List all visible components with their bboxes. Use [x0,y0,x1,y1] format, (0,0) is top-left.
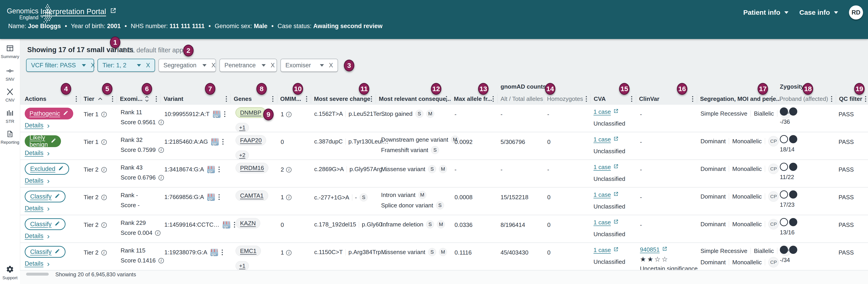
filter-chip-tier[interactable]: Tier: 1, 2 X [97,59,155,72]
gene-pill[interactable]: DNMBP [236,107,266,118]
column-menu-icon[interactable] [492,96,494,102]
gene-pill[interactable]: KAZN [236,218,260,228]
column-menu-icon[interactable] [445,96,447,102]
gene-pill[interactable]: PRDM16 [236,163,269,173]
cp-badge: CP [768,191,779,202]
classification-button[interactable]: Classify [25,218,65,230]
cva-cases-link[interactable]: 1 case [593,191,619,198]
classification-button[interactable]: Classify [25,191,65,202]
column-separator [451,94,451,103]
remove-filter-icon[interactable]: X [271,62,275,69]
row-menu-icon[interactable] [218,166,220,173]
patient-value: Male [254,23,268,29]
details-link[interactable]: Details› [25,149,50,157]
sidebar-item-snv[interactable]: SNV [0,67,20,82]
igv-icon[interactable]: igv [207,165,215,173]
variant-id: 1:7669856:G:A [164,194,204,200]
gene-pill[interactable]: EMC1 [236,246,261,256]
more-genes-pill[interactable]: +1 [236,261,249,271]
row-menu-icon[interactable] [221,249,223,256]
sidebar-item-cnv[interactable]: CNV [0,88,20,103]
patient-info-dropdown[interactable]: Patient info [743,9,788,16]
column-menu-icon[interactable] [692,96,694,102]
chevron-down-icon[interactable] [203,64,207,67]
sidebar-item-support[interactable]: Support [0,265,20,280]
row-menu-icon[interactable] [224,111,226,118]
more-genes-pill[interactable]: +2 [236,151,249,160]
column-menu-icon[interactable] [865,96,867,102]
cva-cases-link[interactable]: 1 case [593,164,619,171]
column-menu-icon[interactable] [631,96,633,102]
evidence-badge: M [439,248,447,256]
segregation-part: Biallelic [754,110,774,117]
cva-cases-link[interactable]: 1 case [593,136,619,143]
annotation-badge-6: 6 [142,83,152,95]
column-menu-icon[interactable] [585,96,587,102]
sidebar-item-str[interactable]: STR [0,109,20,124]
remove-filter-icon[interactable]: X [212,62,216,69]
column-menu-icon[interactable] [831,96,833,102]
filter-chip-penetrance[interactable]: Penetrance X [219,59,277,72]
zygosity-fraction: -/34 [780,257,790,263]
cva-cases-link[interactable]: 1 case [593,219,619,226]
divider [777,111,777,117]
sidebar-item-reporting[interactable]: Reporting [0,130,20,145]
igv-icon[interactable]: igv [207,193,215,201]
column-menu-icon[interactable] [771,96,773,102]
sidebar-item-summary[interactable]: Summary [0,44,20,59]
sort-icons[interactable] [145,96,149,102]
variant-id: 10:99955912:A:T [164,111,210,118]
row-menu-icon[interactable] [218,194,220,200]
column-menu-icon[interactable] [112,96,114,102]
column-menu-icon[interactable] [370,96,372,102]
variant-id: 1:14599164:CCTC… [164,221,219,228]
column-menu-icon[interactable] [306,96,308,102]
details-link[interactable]: Details› [25,204,50,212]
clinvar-link[interactable]: 940851 [640,246,668,253]
chevron-down-icon[interactable] [137,64,141,67]
remove-filter-icon[interactable]: X [146,62,150,69]
sort-ascending-icon[interactable] [98,97,102,100]
divider [729,193,729,200]
external-link-icon [662,246,668,253]
chevron-down-icon[interactable] [82,64,86,67]
igv-icon[interactable]: igv [223,221,230,228]
details-link[interactable]: Details› [25,232,50,240]
column-menu-icon[interactable] [272,96,274,102]
row-menu-icon[interactable] [222,138,224,145]
interpretation-portal-link[interactable]: Interpretation Portal [40,7,117,16]
filter-chip-exomiser[interactable]: Exomiser X [280,59,338,72]
column-menu-icon[interactable] [75,96,77,102]
annotation-badge-5: 5 [102,83,113,95]
classification-button[interactable]: Pathogenic [25,108,73,120]
chevron-down-icon[interactable] [320,64,324,67]
igv-icon[interactable]: igv [213,110,221,118]
column-menu-icon[interactable] [155,96,157,102]
horizontal-scrollbar[interactable] [26,273,49,276]
chip-label: Penetrance [224,62,256,69]
igv-label: igv [208,197,213,201]
chevron-down-icon[interactable] [261,64,266,67]
cva-cases-link[interactable]: 1 case [593,247,619,254]
remove-filter-icon[interactable]: X [329,62,333,69]
filter-chip-vcf[interactable]: VCF filter: PASS X [26,59,94,72]
details-link[interactable]: Details› [25,122,50,129]
details-link[interactable]: Details› [25,260,50,267]
igv-icon[interactable]: igv [210,248,218,256]
gene-pill[interactable]: FAAP20 [236,135,266,146]
cva-cases-link[interactable]: 1 case [593,108,619,115]
case-info-dropdown[interactable]: Case info [799,9,838,16]
segregation-part: Dominant [701,259,726,266]
row-menu-icon[interactable] [234,221,236,228]
classification-button[interactable]: Likely benign [25,135,61,147]
gene-pill[interactable]: CAMTA1 [236,190,268,201]
user-avatar[interactable]: RD [849,5,863,20]
filter-chip-segregation[interactable]: Segregation X [158,59,216,72]
remove-filter-icon[interactable]: X [91,62,95,69]
more-genes-pill[interactable]: +1 [236,123,249,132]
igv-icon[interactable]: igv [211,138,219,146]
column-menu-icon[interactable] [225,96,227,102]
classification-button[interactable]: Classify [25,246,65,258]
details-link[interactable]: Details› [25,177,50,185]
classification-button[interactable]: Excluded [25,163,69,175]
